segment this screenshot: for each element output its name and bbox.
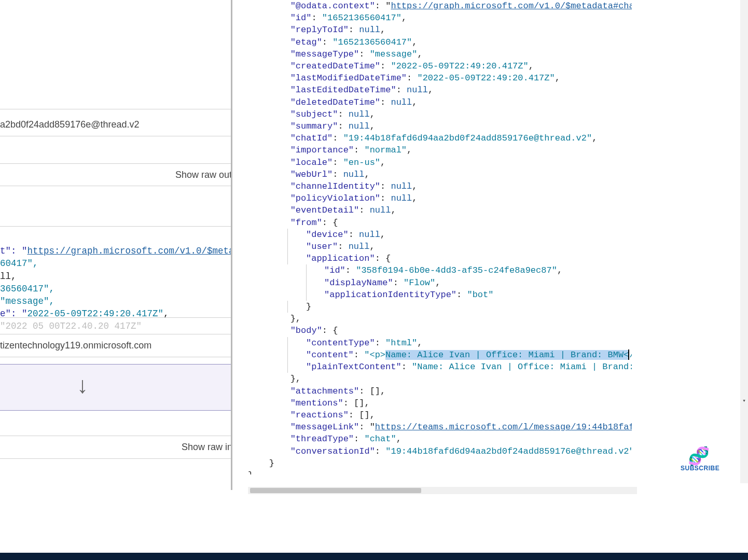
divider <box>0 334 232 334</box>
arrow-down-icon: ↓ <box>77 372 88 398</box>
dna-icon: 🧬 <box>681 447 717 465</box>
snippet-text: "message", <box>0 296 54 306</box>
left-pane: a2bd0f24add859176e@thread.v2 Show raw ou… <box>0 0 232 490</box>
divider <box>0 458 232 459</box>
divider <box>0 317 232 318</box>
snippet-text: 36560417", <box>0 284 54 294</box>
selected-text[interactable]: Name: Alice Ivan | Office: Miami | Brand… <box>385 350 629 360</box>
taskbar[interactable] <box>0 553 748 560</box>
snippet-text-faded: " <box>0 321 6 331</box>
subscribe-badge[interactable]: 🧬 SUBSCRIBE <box>681 447 717 472</box>
horizontal-scrollbar[interactable] <box>248 487 637 494</box>
odata-link[interactable]: https://graph.microsoft.com/v1.0/$metada… <box>391 1 632 11</box>
scrollbar-thumb[interactable] <box>250 488 421 493</box>
left-json-snippet: t": "https://graph.microsoft.com/v1.0/$m… <box>0 232 232 345</box>
divider <box>0 436 232 436</box>
divider <box>0 357 232 357</box>
snippet-text: t": " <box>0 246 27 256</box>
snippet-text-faded: 2022 05 00T22.40.20 417Z" <box>6 321 142 331</box>
snippet-link[interactable]: https://graph.microsoft.com/v1.0/$metada… <box>27 246 232 256</box>
json-viewer-pane: "@odata.context": "https://graph.microso… <box>248 0 748 490</box>
snippet-text: 60417", <box>0 258 38 269</box>
divider <box>0 163 232 164</box>
divider <box>0 136 232 136</box>
divider <box>0 186 232 186</box>
divider <box>0 226 232 227</box>
message-link[interactable]: https://teams.microsoft.com/l/message/19… <box>375 422 632 432</box>
domain-text: tizentechnology119.onmicrosoft.com <box>0 340 151 351</box>
outer-vertical-scrollbar[interactable]: ▾ <box>740 0 748 483</box>
subscribe-label: SUBSCRIBE <box>681 465 717 472</box>
arrow-step-box[interactable] <box>0 364 232 411</box>
json-content[interactable]: "@odata.context": "https://graph.microso… <box>248 0 632 474</box>
show-raw-output-link[interactable]: Show raw outpu <box>175 170 232 180</box>
thread-id-text: a2bd0f24add859176e@thread.v2 <box>0 119 140 130</box>
divider <box>0 109 232 109</box>
chevron-down-icon[interactable]: ▾ <box>741 397 747 404</box>
snippet-text: ll, <box>0 271 17 282</box>
show-raw-input-link[interactable]: Show raw inpu <box>182 442 232 453</box>
